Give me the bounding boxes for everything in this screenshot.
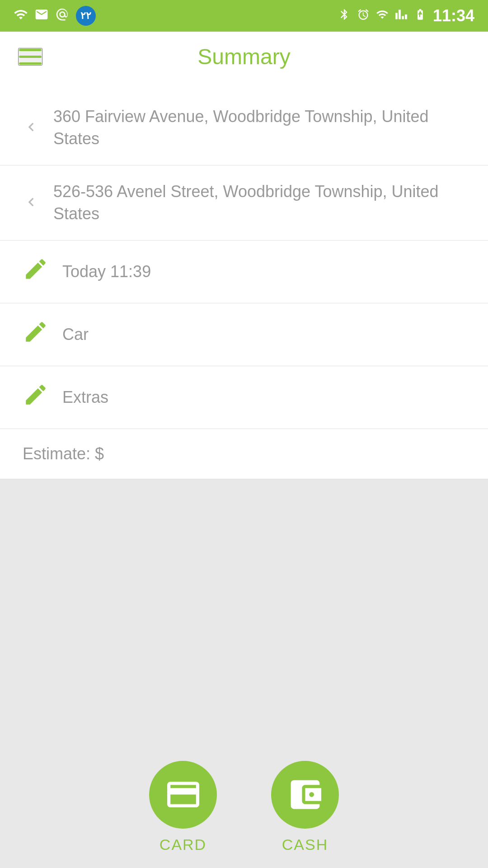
wifi-icon	[14, 7, 28, 25]
cash-button-circle	[271, 761, 339, 829]
email-at-icon	[55, 7, 70, 25]
estimate-text: Estimate: $	[23, 444, 104, 463]
credit-card-icon	[164, 775, 202, 814]
edit-datetime-icon	[23, 256, 49, 288]
status-bar: ٢٢ 11:34	[0, 0, 488, 32]
header: Summary	[0, 32, 488, 81]
datetime-row[interactable]: Today 11:39	[0, 241, 488, 303]
signal-bars-icon	[395, 8, 408, 24]
extras-row[interactable]: Extras	[0, 366, 488, 429]
back-chevron-icon-1	[23, 115, 40, 141]
summary-content: 360 Fairview Avenue, Woodbridge Township…	[0, 81, 488, 479]
bottom-bar: CARD CASH	[0, 760, 488, 868]
car-row[interactable]: Car	[0, 303, 488, 366]
page-title: Summary	[197, 44, 290, 69]
main-layout: Summary 360 Fairview Avenue, Woodbridge …	[0, 32, 488, 868]
estimate-row: Estimate: $	[0, 429, 488, 479]
wallet-icon	[286, 775, 324, 814]
extras-text: Extras	[62, 387, 108, 409]
datetime-text: Today 11:39	[62, 261, 151, 283]
car-text: Car	[62, 324, 89, 346]
location-row-2[interactable]: 526-536 Avenel Street, Woodbridge Townsh…	[0, 165, 488, 241]
cash-label: CASH	[282, 836, 328, 854]
status-time: 11:34	[433, 6, 474, 25]
email-icon	[34, 7, 49, 25]
status-bar-right: 11:34	[338, 6, 474, 25]
battery-icon	[414, 8, 427, 24]
hamburger-line-3	[19, 62, 42, 65]
alarm-icon	[357, 8, 370, 24]
hamburger-line-2	[19, 56, 42, 58]
cash-button[interactable]: CASH	[271, 761, 339, 854]
notification-badge: ٢٢	[76, 6, 96, 26]
menu-button[interactable]	[18, 48, 42, 66]
back-chevron-icon-2	[23, 190, 40, 216]
edit-car-icon	[23, 319, 49, 350]
card-button[interactable]: CARD	[149, 761, 217, 854]
location-row-1[interactable]: 360 Fairview Avenue, Woodbridge Township…	[0, 90, 488, 165]
card-button-circle	[149, 761, 217, 829]
location-text-2: 526-536 Avenel Street, Woodbridge Townsh…	[53, 181, 465, 225]
card-label: CARD	[160, 836, 206, 854]
location-text-1: 360 Fairview Avenue, Woodbridge Township…	[53, 106, 465, 150]
edit-extras-icon	[23, 382, 49, 413]
status-bar-left: ٢٢	[14, 6, 96, 26]
bluetooth-icon	[338, 8, 351, 24]
signal-icon	[376, 8, 389, 24]
hamburger-line-1	[19, 49, 42, 51]
